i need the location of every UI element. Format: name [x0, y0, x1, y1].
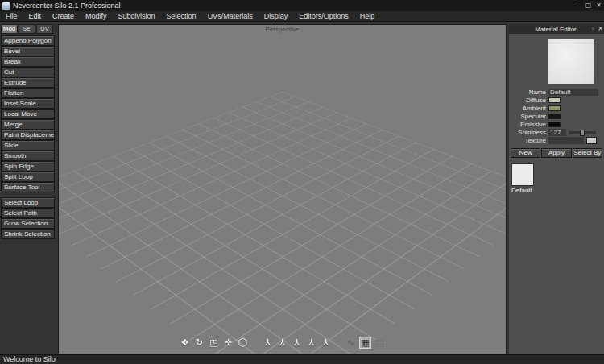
texture-browse-button[interactable] [586, 137, 597, 144]
diffuse-color-swatch[interactable] [548, 97, 561, 103]
local-axes-icon[interactable]: ⅄ [291, 337, 303, 349]
float-panel-icon[interactable]: ▫ [590, 24, 597, 34]
name-label: Name [509, 89, 546, 96]
tab-sel[interactable]: Sel [19, 24, 35, 34]
tool-append-polygon[interactable]: Append Polygon [1, 35, 55, 46]
tool-slide[interactable]: Slide [1, 140, 55, 151]
tool-smooth[interactable]: Smooth [1, 151, 55, 161]
tool-cut[interactable]: Cut [1, 67, 55, 77]
texture-row: Texture [509, 137, 600, 144]
menu-edit[interactable]: Edit [23, 11, 48, 22]
scale-tool-icon[interactable]: ◳ [208, 337, 220, 349]
menu-subdivision[interactable]: Subdivision [113, 11, 161, 22]
menu-uvs-materials[interactable]: UVs/Materials [202, 11, 259, 22]
tab-mod[interactable]: Mod [1, 24, 18, 34]
material-preview [548, 39, 594, 84]
select-by-material-button[interactable]: Select By [573, 148, 602, 158]
tool-merge[interactable]: Merge [1, 119, 55, 130]
tool-grow-selection[interactable]: Grow Selection [1, 218, 55, 229]
menu-modify[interactable]: Modify [80, 11, 113, 22]
ground-grid [58, 92, 507, 354]
menu-help[interactable]: Help [354, 11, 381, 22]
custom-axes-icon[interactable]: ⅄ [320, 337, 332, 349]
menu-editors-options[interactable]: Editors/Options [293, 11, 354, 22]
menu-bar: File Edit Create Modify Subdivision Sele… [0, 11, 604, 22]
material-list-item[interactable]: Default [511, 163, 604, 194]
ambient-row: Ambient [509, 105, 600, 112]
tool-break[interactable]: Break [1, 56, 55, 67]
shininess-slider-thumb[interactable] [580, 130, 585, 136]
rotate-tool-icon[interactable]: ↻ [193, 337, 205, 349]
emissive-color-swatch[interactable] [548, 122, 561, 127]
selection-tool-group: Select Loop Select Path Grow Selection S… [1, 197, 57, 239]
tool-surface-tool[interactable]: Surface Tool [1, 182, 55, 192]
emissive-row: Emissive [509, 121, 600, 128]
tool-extrude[interactable]: Extrude [1, 77, 55, 88]
menu-selection[interactable]: Selection [161, 11, 202, 22]
specular-label: Specular [509, 113, 546, 120]
screen-axes-icon[interactable]: ⅄ [305, 337, 317, 349]
universal-manipulator-icon[interactable]: ✛ [222, 337, 234, 349]
apply-material-button[interactable]: Apply [541, 148, 571, 158]
window-controls: – ▢ ✕ [573, 1, 604, 10]
app-window: Nevercenter Silo 2.1 Professional – ▢ ✕ … [0, 0, 604, 364]
tool-select-loop[interactable]: Select Loop [1, 197, 55, 208]
status-text: Welcome to Silo [3, 355, 56, 363]
axes-group: ⅄ ⅄ ⅄ ⅄ ⅄ [262, 337, 332, 349]
object-axes-icon[interactable]: ⅄ [276, 337, 288, 349]
tool-bevel[interactable]: Bevel [1, 46, 55, 56]
sidebar-tabs: Mod Sel UV [1, 24, 57, 34]
modeling-tool-group: Append Polygon Bevel Break Cut Extrude F… [1, 35, 57, 192]
polygon-tool-icon[interactable]: ⬡ [237, 337, 249, 349]
tool-select-path[interactable]: Select Path [1, 208, 55, 218]
emissive-label: Emissive [509, 121, 546, 128]
tool-flatten[interactable]: Flatten [1, 88, 55, 98]
shininess-row: Shininess 127 [509, 129, 600, 136]
main-content: Mod Sel UV Append Polygon Bevel Break Cu… [0, 22, 604, 354]
status-bar: Welcome to Silo [0, 354, 604, 364]
viewport-perspective[interactable]: Perspective ✥ ↻ ◳ ✛ ⬡ ⅄ ⅄ ⅄ ⅄ ⅄ [58, 24, 507, 354]
app-icon [2, 2, 10, 10]
menu-create[interactable]: Create [47, 11, 80, 22]
minimize-button[interactable]: – [573, 1, 583, 10]
close-panel-icon[interactable]: ✕ [597, 24, 604, 34]
vertex-snap-icon[interactable]: ⬚ [374, 337, 386, 349]
tool-shrink-selection[interactable]: Shrink Selection [1, 229, 55, 239]
tool-spin-edge[interactable]: Spin Edge [1, 161, 55, 172]
maximize-button[interactable]: ▢ [583, 1, 594, 10]
world-axes-icon[interactable]: ⅄ [262, 337, 274, 349]
window-title: Nevercenter Silo 2.1 Professional [13, 0, 121, 11]
material-editor-buttons: New Apply Select By [511, 148, 602, 158]
texture-field[interactable] [548, 137, 584, 144]
specular-color-swatch[interactable] [548, 114, 561, 119]
diffuse-label: Diffuse [509, 97, 546, 104]
viewport-label: Perspective [59, 26, 506, 33]
new-material-button[interactable]: New [511, 148, 540, 158]
tool-inset-scale[interactable]: Inset Scale [1, 98, 55, 109]
specular-row: Specular [509, 113, 600, 120]
grid-snap-icon[interactable]: ▦ [359, 337, 371, 349]
shininess-slider[interactable] [569, 131, 596, 134]
tool-sidebar: Mod Sel UV Append Polygon Bevel Break Cu… [1, 24, 57, 239]
material-name-field[interactable]: Default [548, 89, 598, 96]
texture-label: Texture [509, 137, 546, 144]
tool-paint-displacement[interactable]: Paint Displacement [1, 130, 55, 140]
tool-local-move[interactable]: Local Move [1, 109, 55, 119]
manipulator-group: ✥ ↻ ◳ ✛ ⬡ [179, 337, 249, 349]
soft-selection-icon[interactable]: ∿ [345, 337, 357, 349]
shininess-value-field[interactable]: 127 [548, 129, 566, 136]
material-item-name: Default [511, 187, 604, 194]
move-tool-icon[interactable]: ✥ [179, 337, 191, 349]
close-button[interactable]: ✕ [594, 1, 604, 10]
ambient-color-swatch[interactable] [548, 105, 561, 111]
material-editor-header: Material Editor ▫ ✕ [509, 24, 604, 34]
material-list: Default [511, 163, 604, 194]
menu-file[interactable]: File [0, 11, 23, 22]
ambient-label: Ambient [509, 105, 546, 112]
tool-split-loop[interactable]: Split Loop [1, 172, 55, 182]
tab-uv[interactable]: UV [36, 24, 53, 34]
title-bar: Nevercenter Silo 2.1 Professional – ▢ ✕ [0, 0, 604, 11]
name-row: Name Default [509, 89, 600, 96]
menu-display[interactable]: Display [259, 11, 294, 22]
material-thumbnail[interactable] [511, 163, 534, 186]
